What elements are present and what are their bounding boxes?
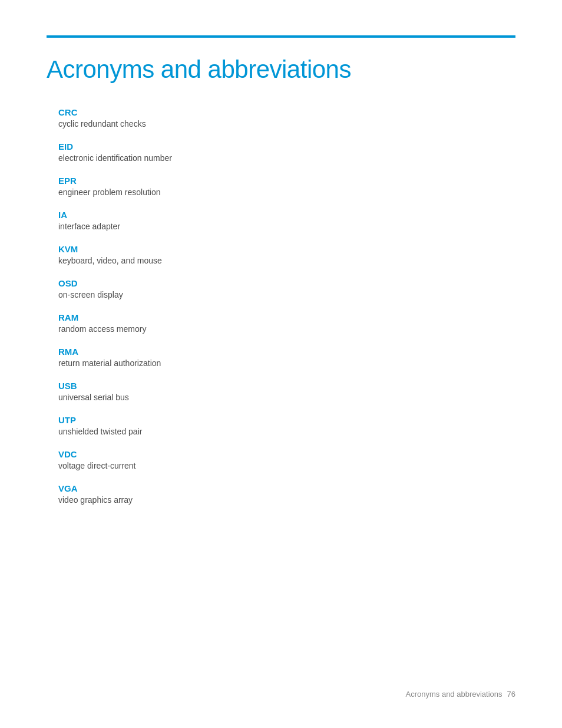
list-item: UTPunshielded twisted pair [58, 415, 515, 436]
list-item: VDCvoltage direct-current [58, 449, 515, 470]
list-item: EIDelectronic identification number [58, 141, 515, 163]
acronym-definition: unshielded twisted pair [58, 427, 515, 436]
acronym-definition: return material authorization [58, 358, 515, 368]
list-item: OSDon-screen display [58, 278, 515, 299]
acronym-term: RAM [58, 312, 515, 322]
footer-page-number: 76 [507, 690, 515, 699]
acronym-definition: on-screen display [58, 290, 515, 299]
acronym-term: IA [58, 210, 515, 220]
acronym-term: UTP [58, 415, 515, 425]
acronym-term: EPR [58, 176, 515, 186]
footer: Acronyms and abbreviations 76 [406, 690, 516, 699]
acronym-term: VGA [58, 483, 515, 493]
acronym-term: KVM [58, 244, 515, 254]
acronym-term: CRC [58, 107, 515, 117]
acronym-definition: engineer problem resolution [58, 187, 515, 197]
acronym-definition: cyclic redundant checks [58, 119, 515, 129]
list-item: CRCcyclic redundant checks [58, 107, 515, 129]
page-title: Acronyms and abbreviations [47, 55, 515, 84]
acronym-term: VDC [58, 449, 515, 459]
acronym-definition: keyboard, video, and mouse [58, 256, 515, 265]
acronym-definition: universal serial bus [58, 393, 515, 402]
acronym-definition: interface adapter [58, 222, 515, 231]
acronym-definition: video graphics array [58, 495, 515, 505]
list-item: VGAvideo graphics array [58, 483, 515, 505]
acronym-term: USB [58, 381, 515, 391]
list-item: IAinterface adapter [58, 210, 515, 231]
list-item: RAMrandom access memory [58, 312, 515, 334]
acronym-term: RMA [58, 347, 515, 357]
acronym-term: EID [58, 141, 515, 151]
list-item: USBuniversal serial bus [58, 381, 515, 402]
list-item: EPRengineer problem resolution [58, 176, 515, 197]
acronym-term: OSD [58, 278, 515, 288]
acronym-definition: voltage direct-current [58, 461, 515, 470]
top-border [47, 35, 515, 38]
page: Acronyms and abbreviations CRCcyclic red… [0, 0, 562, 728]
acronym-definition: electronic identification number [58, 153, 515, 163]
list-item: KVMkeyboard, video, and mouse [58, 244, 515, 265]
acronym-definition: random access memory [58, 324, 515, 334]
list-item: RMAreturn material authorization [58, 347, 515, 368]
acronyms-list: CRCcyclic redundant checksEIDelectronic … [58, 107, 515, 505]
footer-text: Acronyms and abbreviations [406, 690, 503, 699]
